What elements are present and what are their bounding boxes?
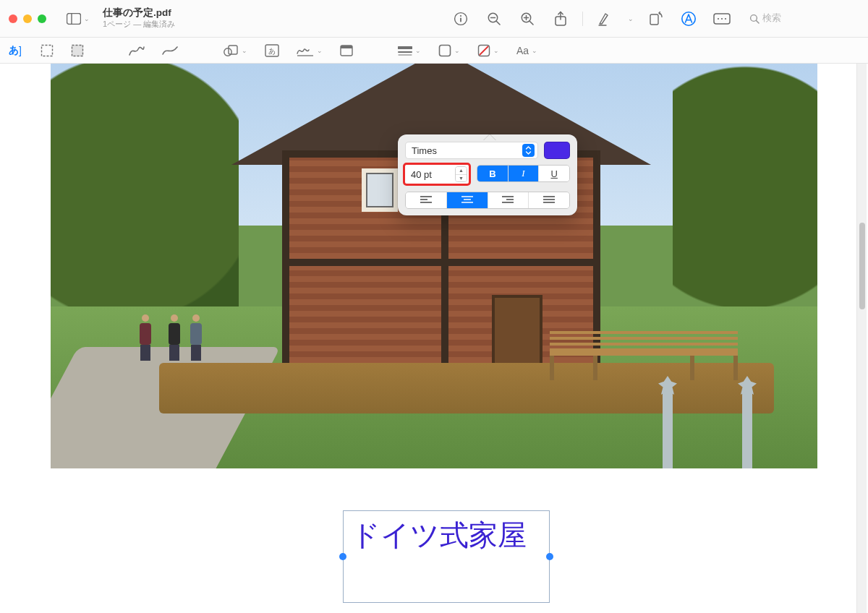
bold-button[interactable]: B (477, 166, 509, 181)
document-title: 仕事の予定.pdf (103, 7, 175, 20)
svg-point-18 (718, 17, 719, 19)
close-window-button[interactable] (9, 14, 17, 23)
select-stepper-icon (522, 144, 535, 157)
chevron-down-icon: ⌄ (532, 47, 537, 54)
rect-select-tool[interactable] (41, 44, 54, 57)
align-center-button[interactable] (447, 192, 488, 208)
svg-line-22 (757, 20, 760, 23)
share-button[interactable] (549, 7, 572, 30)
text-tool-button[interactable]: あ] (9, 44, 22, 57)
share-icon (554, 11, 567, 27)
svg-rect-32 (341, 46, 352, 48)
svg-point-27 (224, 48, 231, 55)
magnifier-icon (749, 14, 760, 24)
resize-handle-right[interactable] (546, 553, 553, 560)
border-color-icon (438, 44, 451, 57)
align-left-icon (420, 196, 432, 205)
lasso-select-icon (71, 44, 84, 57)
redact-button[interactable] (710, 7, 733, 30)
svg-rect-23 (41, 45, 52, 56)
note-tool[interactable] (340, 45, 353, 56)
separator (582, 12, 583, 26)
text-align-segment (405, 192, 570, 209)
border-color-menu[interactable]: ⌄ (438, 44, 460, 57)
sidebar-toggle-button[interactable]: ⌄ (67, 13, 90, 25)
svg-point-20 (725, 17, 726, 19)
redact-icon (713, 13, 731, 25)
shapes-menu[interactable]: ⌄ (223, 44, 247, 57)
font-size-field[interactable]: 40 pt ▲ ▼ (403, 163, 471, 186)
lasso-select-tool[interactable] (71, 44, 84, 57)
stroke-menu[interactable]: ⌄ (398, 46, 421, 56)
chevron-down-icon: ⌄ (84, 15, 90, 22)
chevron-down-icon[interactable]: ⌄ (628, 15, 634, 22)
text-color-swatch[interactable] (544, 142, 570, 159)
font-family-select[interactable]: Times (405, 142, 538, 159)
svg-rect-4 (460, 17, 461, 22)
font-size-value: 40 pt (411, 169, 432, 180)
document-image (51, 64, 817, 468)
font-style-popover: Times 40 pt ▲ ▼ B I U (398, 134, 577, 215)
sidebar-icon (67, 13, 81, 25)
text-annotation-content[interactable]: ドイツ式家屋 (344, 511, 549, 560)
italic-button[interactable]: I (509, 166, 540, 181)
zoom-out-button[interactable] (482, 7, 506, 30)
scroll-thumb[interactable] (859, 223, 865, 309)
markup-toggle-button[interactable] (677, 7, 700, 30)
markup-toolbar: あ] ⌄ あ ⌄ (0, 38, 868, 64)
svg-line-38 (480, 46, 488, 55)
toolbar-right: ⌄ 検索 (449, 7, 859, 30)
align-justify-button[interactable] (529, 192, 569, 208)
fill-color-menu[interactable]: ⌄ (477, 44, 499, 57)
fill-color-icon (477, 44, 490, 57)
document-subtitle: 1ページ — 編集済み (103, 20, 175, 30)
font-size-down[interactable]: ▼ (456, 175, 467, 182)
vertical-scrollbar[interactable] (856, 64, 867, 613)
align-right-button[interactable] (488, 192, 529, 208)
shapes-icon (223, 44, 239, 57)
titlebar: ⌄ 仕事の予定.pdf 1ページ — 編集済み ⌄ (0, 0, 868, 38)
sketch-tool[interactable] (129, 45, 145, 56)
align-right-icon (502, 196, 514, 205)
highlight-icon (597, 12, 612, 26)
sign-tool[interactable]: ⌄ (297, 45, 323, 56)
sign-icon (297, 45, 314, 56)
info-button[interactable] (449, 7, 472, 30)
resize-handle-left[interactable] (339, 553, 346, 560)
rotate-button[interactable] (644, 7, 667, 30)
text-box-tool[interactable]: あ (265, 44, 279, 57)
chevron-down-icon: ⌄ (415, 47, 421, 54)
document-title-group: 仕事の予定.pdf 1ページ — 編集済み (103, 7, 175, 30)
zoom-in-button[interactable] (516, 7, 539, 30)
document-canvas[interactable]: ドイツ式家屋 Times 40 pt ▲ ▼ (0, 64, 868, 613)
font-size-up[interactable]: ▲ (456, 167, 467, 175)
font-style-menu[interactable]: Aa ⌄ (516, 45, 537, 56)
svg-point-19 (721, 17, 723, 19)
chevron-down-icon: ⌄ (493, 47, 499, 54)
underline-button[interactable]: U (539, 166, 569, 181)
font-size-stepper[interactable]: ▲ ▼ (455, 166, 467, 182)
svg-rect-36 (439, 45, 450, 56)
svg-rect-15 (650, 14, 658, 25)
note-icon (340, 45, 353, 56)
text-annotation[interactable]: ドイツ式家屋 (343, 510, 550, 603)
zoom-in-icon (520, 12, 535, 26)
zoom-out-icon (487, 12, 501, 26)
markup-icon (681, 11, 697, 27)
highlight-button[interactable] (593, 7, 616, 30)
align-center-icon (461, 196, 473, 205)
draw-tool[interactable] (162, 45, 178, 56)
svg-rect-26 (229, 46, 237, 54)
minimize-window-button[interactable] (23, 14, 32, 23)
search-field[interactable]: 検索 (744, 9, 859, 28)
svg-line-9 (529, 21, 533, 25)
textbox-icon: あ (265, 44, 279, 57)
svg-rect-24 (72, 45, 83, 56)
search-placeholder: 検索 (762, 12, 781, 25)
font-family-value: Times (412, 145, 437, 156)
svg-line-6 (496, 21, 500, 25)
info-icon (454, 12, 468, 26)
zoom-window-button[interactable] (38, 14, 46, 23)
align-justify-icon (543, 196, 555, 205)
align-left-button[interactable] (406, 192, 447, 208)
